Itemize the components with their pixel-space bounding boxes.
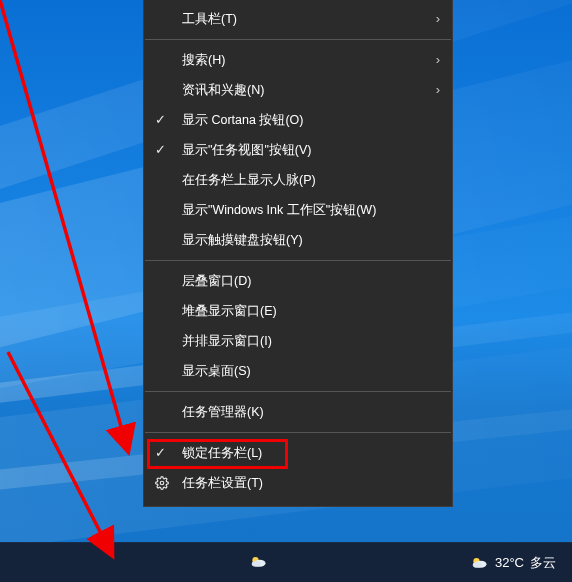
- desktop: 工具栏(T) › 搜索(H) › 资讯和兴趣(N) › ✓ 显示 Cortana…: [0, 0, 572, 582]
- menu-label: 在任务栏上显示人脉(P): [182, 173, 316, 187]
- menu-label: 显示 Cortana 按钮(O): [182, 113, 303, 127]
- menu-label: 锁定任务栏(L): [182, 446, 262, 460]
- menu-label: 任务管理器(K): [182, 405, 264, 419]
- menu-separator: [145, 39, 451, 40]
- menu-item-show-desktop[interactable]: 显示桌面(S): [144, 356, 452, 386]
- chevron-right-icon: ›: [436, 75, 440, 105]
- svg-point-6: [473, 562, 482, 568]
- taskbar[interactable]: 32°C 多云: [0, 542, 572, 582]
- menu-item-toolbars[interactable]: 工具栏(T) ›: [144, 4, 452, 34]
- menu-label: 显示触摸键盘按钮(Y): [182, 233, 303, 247]
- chevron-right-icon: ›: [436, 4, 440, 34]
- svg-point-3: [252, 561, 261, 567]
- weather-icon: [248, 552, 268, 572]
- menu-label: 任务栏设置(T): [182, 476, 263, 490]
- menu-label: 显示"Windows Ink 工作区"按钮(W): [182, 203, 376, 217]
- menu-item-sidebyside[interactable]: 并排显示窗口(I): [144, 326, 452, 356]
- menu-item-show-touch-keyboard[interactable]: 显示触摸键盘按钮(Y): [144, 225, 452, 255]
- menu-item-stack[interactable]: 堆叠显示窗口(E): [144, 296, 452, 326]
- gear-icon: [155, 468, 169, 498]
- menu-label: 层叠窗口(D): [182, 274, 251, 288]
- menu-label: 堆叠显示窗口(E): [182, 304, 277, 318]
- menu-separator: [145, 260, 451, 261]
- menu-item-show-people[interactable]: 在任务栏上显示人脉(P): [144, 165, 452, 195]
- menu-label: 显示"任务视图"按钮(V): [182, 143, 312, 157]
- menu-label: 工具栏(T): [182, 12, 237, 26]
- taskbar-context-menu: 工具栏(T) › 搜索(H) › 资讯和兴趣(N) › ✓ 显示 Cortana…: [144, 0, 452, 506]
- tray-condition: 多云: [530, 554, 556, 572]
- svg-point-0: [160, 481, 164, 485]
- menu-item-show-taskview[interactable]: ✓ 显示"任务视图"按钮(V): [144, 135, 452, 165]
- check-icon: ✓: [155, 438, 166, 468]
- menu-separator: [145, 432, 451, 433]
- weather-icon: [469, 553, 489, 573]
- menu-label: 并排显示窗口(I): [182, 334, 272, 348]
- taskbar-weather-center[interactable]: [248, 542, 268, 582]
- menu-label: 资讯和兴趣(N): [182, 83, 264, 97]
- menu-item-news-interests[interactable]: 资讯和兴趣(N) ›: [144, 75, 452, 105]
- check-icon: ✓: [155, 105, 166, 135]
- check-icon: ✓: [155, 135, 166, 165]
- tray-weather[interactable]: 32°C 多云: [467, 543, 558, 582]
- menu-item-show-cortana[interactable]: ✓ 显示 Cortana 按钮(O): [144, 105, 452, 135]
- chevron-right-icon: ›: [436, 45, 440, 75]
- tray-temperature: 32°C: [495, 555, 524, 570]
- menu-item-search[interactable]: 搜索(H) ›: [144, 45, 452, 75]
- menu-label: 搜索(H): [182, 53, 225, 67]
- menu-item-show-ink[interactable]: 显示"Windows Ink 工作区"按钮(W): [144, 195, 452, 225]
- menu-label: 显示桌面(S): [182, 364, 251, 378]
- menu-separator: [145, 391, 451, 392]
- menu-item-task-manager[interactable]: 任务管理器(K): [144, 397, 452, 427]
- menu-item-cascade[interactable]: 层叠窗口(D): [144, 266, 452, 296]
- menu-item-taskbar-settings[interactable]: 任务栏设置(T): [144, 468, 452, 498]
- menu-item-lock-taskbar[interactable]: ✓ 锁定任务栏(L): [144, 438, 452, 468]
